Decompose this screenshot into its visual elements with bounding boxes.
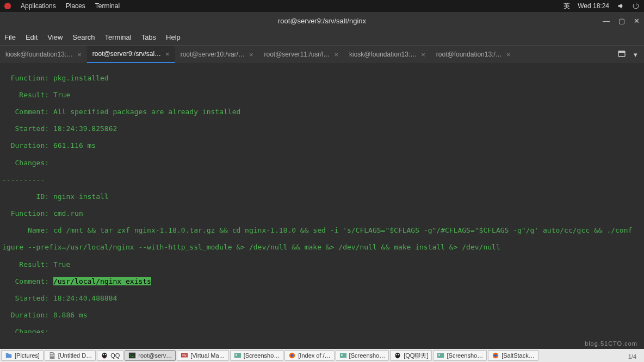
svg-point-4 (105, 354, 106, 355)
tab-label: kiosk@foundation13:… (5, 51, 73, 58)
watermark: blog.51CTO.com (585, 340, 637, 347)
tab-3[interactable]: root@server11:/usr/l…× (258, 46, 343, 63)
tab-label: root@foundation13:/… (436, 51, 502, 58)
task-label: [Screensho… (447, 352, 483, 359)
vm-icon: VM (181, 352, 188, 359)
task-label: [QQ聊天] (404, 352, 428, 360)
tab-2[interactable]: root@server10:/var/…× (175, 46, 259, 63)
firefox-icon (288, 352, 296, 359)
terminal-tabs: kiosk@foundation13:…× root@server9:/srv/… (0, 46, 644, 63)
maximize-button[interactable]: ▢ (618, 17, 625, 25)
term-line: Function: pkg.installed (2, 74, 642, 83)
page-number: 1/4 (628, 353, 636, 360)
bottom-taskbar: [Pictures] [Untitled D… QQ root@serv… VM… (0, 349, 644, 362)
tab-5[interactable]: root@foundation13:/…× (431, 46, 516, 63)
volume-icon[interactable] (617, 2, 624, 10)
close-icon[interactable]: × (249, 51, 253, 59)
task-label: [Index of /… (298, 352, 330, 359)
image-icon (437, 352, 444, 359)
svg-point-9 (236, 354, 237, 356)
term-line: Duration: 661.116 ms (2, 141, 642, 150)
tab-label: root@server9:/srv/sal… (92, 50, 161, 58)
menu-file[interactable]: File (4, 33, 16, 41)
document-icon (48, 352, 56, 359)
term-line: Result: True (2, 91, 642, 99)
svg-point-16 (398, 354, 399, 355)
window-titlebar: root@server9:/srv/salt/nginx — ▢ ✕ (0, 12, 644, 29)
menu-help[interactable]: Help (166, 33, 181, 41)
terminal-menu[interactable]: Terminal (95, 2, 120, 10)
term-line: Function: cmd.run (2, 209, 642, 218)
task-label: [Screensho… (244, 352, 280, 359)
activities-icon[interactable] (4, 3, 11, 9)
task-firefox-2[interactable]: [SaltStack… (488, 350, 538, 361)
task-firefox-1[interactable]: [Index of /… (284, 350, 334, 361)
term-line: ID: nginx-install (2, 192, 642, 201)
tab-label: root@server10:/var/… (181, 51, 245, 58)
ime-indicator[interactable]: 英 (564, 2, 570, 11)
svg-text:VM: VM (182, 354, 187, 357)
term-line: Changes: (2, 159, 642, 167)
task-screenshot-1[interactable]: [Screensho… (230, 350, 284, 361)
minimize-button[interactable]: — (603, 17, 610, 25)
menu-tabs[interactable]: Tabs (141, 33, 156, 41)
new-tab-square-icon[interactable] (617, 49, 626, 60)
menu-edit[interactable]: Edit (26, 33, 38, 41)
task-qq-chat[interactable]: [QQ聊天] (390, 350, 432, 361)
task-pictures[interactable]: [Pictures] (1, 350, 44, 361)
svg-rect-17 (437, 353, 444, 358)
image-icon (234, 352, 242, 359)
task-label: [Pictures] (15, 352, 40, 359)
tab-0[interactable]: kiosk@foundation13:…× (0, 46, 87, 63)
task-label: root@serv… (138, 352, 172, 359)
terminal-icon (128, 352, 136, 359)
task-terminal[interactable]: root@serv… (125, 350, 176, 361)
power-icon[interactable] (632, 2, 640, 10)
term-line: ---------- (2, 176, 642, 184)
tab-label: kiosk@foundation13:… (349, 51, 417, 58)
close-icon[interactable]: × (421, 51, 425, 59)
term-line: Comment: All specified packages are alre… (2, 108, 642, 116)
gnome-top-panel: Applications Places Terminal 英 Wed 18:24 (0, 0, 644, 12)
clock[interactable]: Wed 18:24 (578, 2, 609, 10)
task-qq[interactable]: QQ (97, 350, 123, 361)
svg-point-11 (291, 354, 294, 357)
tab-1[interactable]: root@server9:/srv/sal…× (87, 46, 175, 63)
close-icon[interactable]: × (77, 51, 82, 59)
applications-menu[interactable]: Applications (21, 2, 56, 10)
terminal-menubar: File Edit View Search Terminal Tabs Help (0, 29, 644, 46)
task-untitled[interactable]: [Untitled D… (45, 350, 96, 361)
term-line: Changes: (2, 328, 642, 333)
term-line: Started: 18:24:39.825862 (2, 124, 642, 133)
svg-point-18 (439, 354, 441, 356)
tab-4[interactable]: kiosk@foundation13:…× (344, 46, 431, 63)
task-vm[interactable]: VM[Virtual Ma… (177, 350, 228, 361)
terminal-output[interactable]: Function: pkg.installed Result: True Com… (0, 63, 644, 333)
tabs-menu-chevron-icon[interactable]: ▾ (634, 51, 637, 59)
task-label: [SaltStack… (501, 352, 535, 359)
menu-search[interactable]: Search (72, 33, 95, 41)
svg-rect-12 (339, 353, 346, 358)
close-button[interactable]: ✕ (634, 17, 640, 25)
term-line: igure --prefix=/usr/local/nginx --with-h… (2, 243, 642, 252)
window-title: root@server9:/srv/salt/nginx (278, 17, 366, 25)
svg-point-3 (103, 354, 104, 355)
task-label: QQ (110, 352, 120, 359)
task-label: [Virtual Ma… (190, 352, 225, 359)
task-screenshot-2[interactable]: [Screensho… (336, 350, 389, 361)
image-icon (339, 352, 347, 359)
qq-icon (101, 352, 108, 359)
close-icon[interactable]: × (334, 51, 338, 59)
qq-icon (394, 352, 401, 359)
folder-icon (5, 352, 13, 359)
svg-rect-8 (234, 353, 241, 358)
close-icon[interactable]: × (506, 51, 511, 59)
task-label: [Untitled D… (58, 352, 92, 359)
close-icon[interactable]: × (165, 50, 170, 58)
menu-view[interactable]: View (47, 33, 63, 41)
svg-point-13 (341, 354, 343, 356)
places-menu[interactable]: Places (66, 2, 85, 10)
menu-terminal[interactable]: Terminal (105, 33, 132, 41)
svg-point-2 (102, 353, 107, 359)
task-screenshot-3[interactable]: [Screensho… (433, 350, 487, 361)
